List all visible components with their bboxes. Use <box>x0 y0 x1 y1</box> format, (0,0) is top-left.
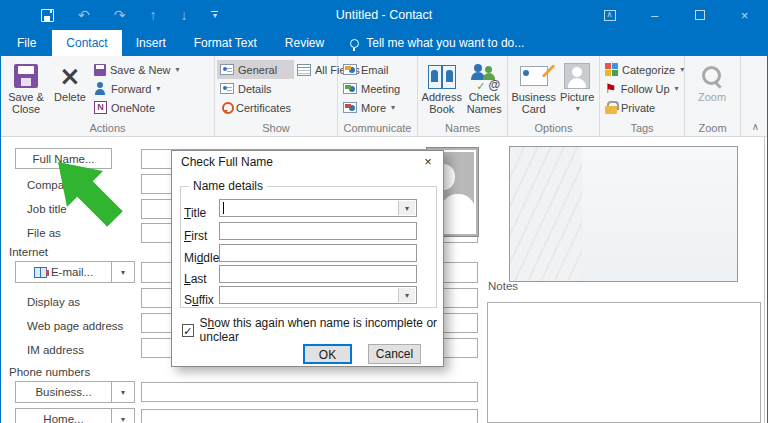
delete-button[interactable]: × Delete <box>49 58 91 118</box>
email-label: Email <box>361 64 389 76</box>
suffix-combobox[interactable]: ▾ <box>219 286 417 304</box>
close-button[interactable]: × <box>722 0 767 30</box>
picture-label: Picture <box>560 91 594 103</box>
save-and-new-button[interactable]: Save & New ▾ <box>91 60 183 79</box>
internet-section-header: Internet <box>9 246 48 258</box>
categorize-label: Categorize <box>622 64 675 76</box>
forward-icon <box>94 82 107 95</box>
address-book-button[interactable]: Address Book <box>420 58 463 118</box>
follow-up-button[interactable]: ⚑ Follow Up ▾ <box>602 79 687 98</box>
cancel-button[interactable]: Cancel <box>368 344 421 364</box>
tab-insert[interactable]: Insert <box>122 30 180 56</box>
collapse-ribbon-icon[interactable]: ∧ <box>752 121 759 132</box>
last-input[interactable] <box>219 265 417 283</box>
minimize-button[interactable]: – <box>632 0 677 30</box>
group-label-actions: Actions <box>1 122 214 134</box>
certificates-button[interactable]: Certificates <box>217 98 294 117</box>
private-label: Private <box>621 102 655 114</box>
notes-textarea[interactable] <box>487 302 761 423</box>
ok-button[interactable]: OK <box>303 344 352 364</box>
tab-contact[interactable]: Contact <box>52 30 121 56</box>
redo-icon[interactable]: ↷ <box>114 8 126 22</box>
delete-label: Delete <box>54 91 86 103</box>
general-label: General <box>238 64 277 76</box>
group-show: General Details Certificates All Fields <box>215 56 338 136</box>
private-button[interactable]: Private <box>602 98 687 117</box>
display-as-label: Display as <box>27 296 80 308</box>
dialog-title-bar[interactable]: Check Full Name <box>172 151 443 173</box>
ribbon-display-options-button[interactable] <box>587 0 632 30</box>
tab-review[interactable]: Review <box>271 30 338 56</box>
tab-file[interactable]: File <box>1 30 52 56</box>
maximize-button[interactable] <box>677 0 722 30</box>
picture-button[interactable]: Picture ▾ <box>557 58 597 118</box>
undo-icon[interactable]: ↶ <box>78 8 90 22</box>
business-card-label: Business Card <box>510 91 557 115</box>
group-label-options: Options <box>508 122 599 134</box>
home-phone-button[interactable]: Home... <box>15 408 112 423</box>
suffix-dropdown-button[interactable]: ▾ <box>398 288 415 302</box>
middle-input[interactable] <box>219 244 417 262</box>
onenote-button[interactable]: N OneNote <box>91 98 183 117</box>
business-card-icon <box>520 66 548 86</box>
home-phone-input[interactable] <box>141 409 478 423</box>
im-address-label: IM address <box>27 344 84 356</box>
meeting-icon <box>343 83 357 94</box>
group-zoom: Zoom Zoom <box>685 56 741 136</box>
more-button[interactable]: More ▾ <box>340 98 403 117</box>
phone-numbers-section-header: Phone numbers <box>9 366 90 378</box>
save-and-close-button[interactable]: Save & Close <box>3 58 49 118</box>
details-button[interactable]: Details <box>217 79 294 98</box>
group-names: Address Book ✓@ Check Names Names <box>418 56 508 136</box>
email-button[interactable]: Email <box>340 60 403 79</box>
certificates-label: Certificates <box>236 102 291 114</box>
forward-label: Forward <box>111 83 151 95</box>
group-options: Business Card Picture ▾ Options <box>508 56 600 136</box>
tell-me-box[interactable]: Tell me what you want to do... <box>338 30 524 56</box>
window-controls: – × <box>587 0 767 30</box>
title-combobox[interactable]: ▾ <box>219 199 417 217</box>
general-button[interactable]: General <box>217 60 294 79</box>
forward-button[interactable]: Forward ▾ <box>91 79 183 98</box>
meeting-label: Meeting <box>361 83 400 95</box>
form-right-border <box>764 137 765 423</box>
business-card-pattern <box>510 147 582 281</box>
first-input[interactable] <box>219 222 417 240</box>
next-item-icon[interactable]: ↓ <box>180 8 187 22</box>
categorize-button[interactable]: Categorize ▾ <box>602 60 687 79</box>
address-book-label: Address Book <box>420 91 463 115</box>
save-new-label: Save & New <box>110 64 171 76</box>
email-dropdown-button[interactable]: ▾ <box>112 261 135 283</box>
save-new-icon <box>94 64 106 76</box>
business-phone-input[interactable] <box>141 382 478 402</box>
save-close-icon <box>14 64 38 88</box>
address-book-icon <box>428 65 456 87</box>
customize-qat-icon[interactable]: ▾ <box>211 11 218 19</box>
title-dropdown-button[interactable]: ▾ <box>398 201 415 215</box>
email-field-button[interactable]: E-mail... <box>15 261 112 283</box>
ribbon-tab-row: File Contact Insert Format Text Review T… <box>1 30 767 56</box>
tab-format-text[interactable]: Format Text <box>180 30 271 56</box>
dialog-close-button[interactable]: × <box>419 153 437 171</box>
previous-item-icon[interactable]: ↑ <box>149 8 156 22</box>
group-communicate: Email Meeting More ▾ Communicate <box>338 56 418 136</box>
show-again-checkbox[interactable]: ✓ <box>182 324 194 337</box>
check-names-button[interactable]: ✓@ Check Names <box>463 58 505 118</box>
maximize-icon <box>695 10 705 20</box>
onenote-icon: N <box>94 101 107 114</box>
onenote-label: OneNote <box>111 102 155 114</box>
title-label: Title <box>184 206 206 220</box>
business-card-button[interactable]: Business Card <box>510 58 557 118</box>
business-phone-button[interactable]: Business... <box>15 381 112 403</box>
text-cursor <box>223 202 224 214</box>
name-details-legend: Name details <box>189 179 267 193</box>
save-icon[interactable] <box>41 9 54 22</box>
meeting-button[interactable]: Meeting <box>340 79 403 98</box>
business-phone-dropdown-button[interactable]: ▾ <box>112 381 135 403</box>
home-phone-dropdown-button[interactable]: ▾ <box>112 408 135 423</box>
quick-access-toolbar: ↶ ↷ ↑ ↓ ▾ <box>41 8 218 22</box>
check-names-icon: ✓@ <box>470 64 498 88</box>
home-phone-button-group: Home... ▾ <box>15 408 135 423</box>
show-again-option[interactable]: ✓ Show this again when name is incomplet… <box>182 316 443 344</box>
more-label: More <box>361 102 386 114</box>
